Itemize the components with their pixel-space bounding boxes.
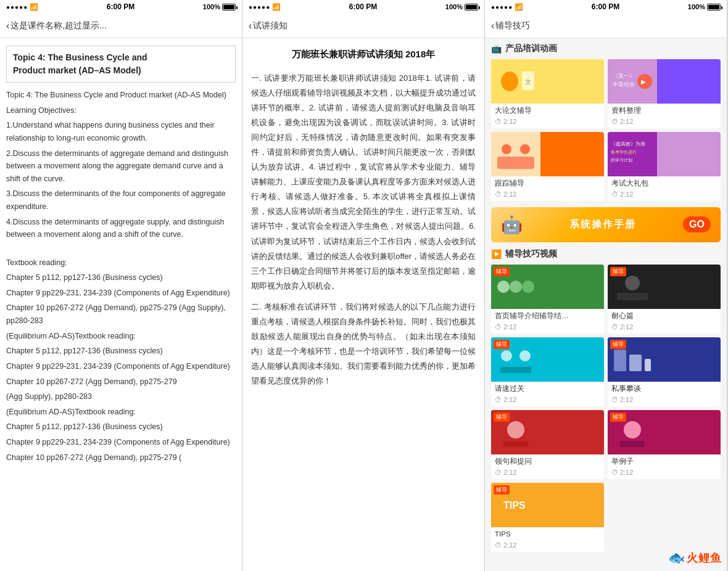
tag-badge-1: 辅导 <box>494 267 510 276</box>
panel-course: ●●●●● 📶 6:00 PM 100% ‹ 这是课件名称,超过显示... To… <box>0 0 242 571</box>
tips-duration-1: ⏱ 2:12 <box>491 322 604 334</box>
time-1: 6:00 PM <box>107 2 134 11</box>
robot-icon: 🤖 <box>501 215 523 235</box>
nav-bar-1: ‹ 这是课件名称,超过显示... <box>0 14 242 38</box>
nav-title-1: 这是课件名称,超过显示... <box>10 20 107 31</box>
training-label-4: 考试大礼包 <box>608 176 721 189</box>
banner-go-button[interactable]: GO <box>683 216 711 232</box>
training-thumb-2: 《英一》 中英结合 ▶ <box>608 59 721 104</box>
clock-icon-8: ⏱ <box>611 396 618 403</box>
svg-text:TIPS: TIPS <box>503 500 526 511</box>
notice-text-1: 一. 试讲要求万能班长兼职讲师试讲须知 2018年1. 试讲前，请候选人仔细观看… <box>251 73 476 290</box>
tips-video-5[interactable]: 辅导 领句和提问 ⏱ 2:12 <box>491 410 604 479</box>
battery-icon-2 <box>465 4 478 10</box>
notice-text-2: 二. 考核标准在试讲环节，我们将对候选人的以下几点能力进行重点考核，请候选人根据… <box>251 302 476 385</box>
svg-rect-37 <box>620 441 645 447</box>
svg-rect-34 <box>503 441 528 447</box>
svg-rect-13 <box>608 132 657 176</box>
tag-badge-7: 辅导 <box>494 485 510 495</box>
status-bar-1: ●●●●● 📶 6:00 PM 100% <box>0 0 242 14</box>
tips-video-6[interactable]: 辅导 举例子 ⏱ 2:12 <box>608 410 721 479</box>
clock-icon-7: ⏱ <box>495 396 502 403</box>
back-button-1[interactable]: ‹ 这是课件名称,超过显示... <box>6 20 107 31</box>
tv-icon: 📺 <box>491 44 502 54</box>
nav-bar-2: ‹ 试讲须知 <box>242 14 484 38</box>
svg-text:《英一》: 《英一》 <box>613 73 635 79</box>
tag-badge-3: 辅导 <box>494 340 510 349</box>
tips-thumb-4: 辅导 <box>608 337 721 382</box>
tips-video-3[interactable]: 辅导 请速过关 ⏱ 2:12 <box>491 337 604 406</box>
tips-label-5: 领句和提问 <box>491 454 604 467</box>
training-video-2[interactable]: 《英一》 中英结合 ▶ 资料整理 ⏱ 2:12 <box>608 59 721 128</box>
clock-icon-6: ⏱ <box>611 323 618 331</box>
svg-rect-31 <box>645 359 651 371</box>
notice-section-1: 一. 试讲要求万能班长兼职讲师试讲须知 2018年1. 试讲前，请候选人仔细观看… <box>251 71 476 294</box>
back-chevron-1: ‹ <box>6 20 9 31</box>
signal-area-3: ●●●●● 📶 <box>491 3 523 11</box>
training-duration-3: ⏱ 2:12 <box>491 189 604 201</box>
tips-thumb-5: 辅导 <box>491 410 604 454</box>
tips-video-7[interactable]: TIPS 辅导 TIPS ⏱ 2:12 <box>491 483 604 552</box>
tips-thumb-6: 辅导 <box>608 410 721 454</box>
svg-point-22 <box>625 276 640 290</box>
clock-icon-5: ⏱ <box>495 323 502 331</box>
clock-icon-2: ⏱ <box>611 118 618 125</box>
notice-content[interactable]: 万能班长兼职讲师试讲须知 2018年 一. 试讲要求万能班长兼职讲师试讲须知 2… <box>242 38 484 571</box>
wifi-icon-3: 📶 <box>515 3 523 11</box>
svg-text:文: 文 <box>525 78 531 85</box>
svg-text:《超高效》为准: 《超高效》为准 <box>611 141 645 147</box>
back-button-3[interactable]: ‹ 辅导技巧 <box>491 20 530 31</box>
signal-area-2: ●●●●● 📶 <box>249 3 281 11</box>
tips-label-6: 举例子 <box>608 454 721 467</box>
back-button-2[interactable]: ‹ 试讲须知 <box>249 20 287 31</box>
clock-icon-11: ⏱ <box>495 541 502 549</box>
tips-video-4[interactable]: 辅导 私事攀谈 ⏱ 2:12 <box>608 337 721 406</box>
tips-thumb-2: 辅导 <box>608 265 721 309</box>
svg-point-36 <box>624 421 641 438</box>
training-video-4[interactable]: 《超高效》为准 备考学生进行 的学习计划 考试大礼包 ⏱ 2:12 <box>608 132 721 201</box>
wifi-icon-1: 📶 <box>30 3 38 11</box>
time-3: 6:00 PM <box>592 2 619 11</box>
training-thumb-1: 文 <box>491 59 604 104</box>
topic-title: Topic 4: The Business Cycle andProduct m… <box>13 52 147 75</box>
svg-point-10 <box>502 144 511 154</box>
svg-point-1 <box>501 72 518 91</box>
tips-label-2: 耐心篇 <box>608 309 721 322</box>
status-bar-3: ●●●●● 📶 6:00 PM 100% <box>485 0 727 14</box>
tips-duration-3: ⏱ 2:12 <box>491 395 604 406</box>
battery-area-3: 100% <box>688 3 721 10</box>
svg-rect-23 <box>617 293 648 300</box>
svg-point-19 <box>510 281 522 293</box>
tips-thumb-3: 辅导 <box>491 337 604 382</box>
nav-bar-3: ‹ 辅导技巧 <box>485 14 727 38</box>
training-video-3[interactable]: 跟踪辅导 ⏱ 2:12 <box>491 132 604 201</box>
training-label-2: 资料整理 <box>608 104 721 117</box>
notice-title: 万能班长兼职讲师试讲须知 2018年 <box>251 46 476 62</box>
tips-label-7: TIPS <box>491 527 604 540</box>
back-chevron-3: ‹ <box>491 20 494 31</box>
training-video-1[interactable]: 文 大论文辅导 ⏱ 2:12 <box>491 59 604 128</box>
training-label-3: 跟踪辅导 <box>491 176 604 189</box>
clock-icon-3: ⏱ <box>495 191 502 198</box>
tips-section-title: ▶️ 辅导技巧视频 <box>491 249 721 260</box>
svg-text:▶: ▶ <box>641 78 646 85</box>
tips-label-4: 私事攀谈 <box>608 382 721 395</box>
banner-text: 系统操作手册 <box>523 218 683 231</box>
nav-title-2: 试讲须知 <box>253 20 287 31</box>
battery-icon-1 <box>222 4 236 10</box>
svg-text:备考学生进行: 备考学生进行 <box>611 150 637 154</box>
training-thumb-3 <box>491 132 604 176</box>
tips-video-2[interactable]: 辅导 耐心篇 ⏱ 2:12 <box>608 265 721 334</box>
tips-duration-4: ⏱ 2:12 <box>608 395 721 406</box>
tips-content[interactable]: 📺 产品培训动画 文 大论文辅导 ⏱ 2:12 <box>485 38 727 571</box>
system-manual-banner[interactable]: 🤖 系统操作手册 GO <box>491 207 721 242</box>
signal-area-1: ●●●●● 📶 <box>6 3 38 11</box>
tips-video-grid: 辅导 首页辅导介绍辅导结… ⏱ 2:12 辅导 耐心篇 <box>491 265 721 552</box>
tips-video-1[interactable]: 辅导 首页辅导介绍辅导结… ⏱ 2:12 <box>491 265 604 334</box>
course-content[interactable]: Topic 4: The Business Cycle andProduct m… <box>0 38 242 571</box>
tips-thumb-1: 辅导 <box>491 265 604 309</box>
svg-point-18 <box>497 281 510 293</box>
svg-rect-30 <box>629 355 642 371</box>
battery-pct-3: 100% <box>688 3 705 10</box>
svg-rect-29 <box>614 350 626 371</box>
